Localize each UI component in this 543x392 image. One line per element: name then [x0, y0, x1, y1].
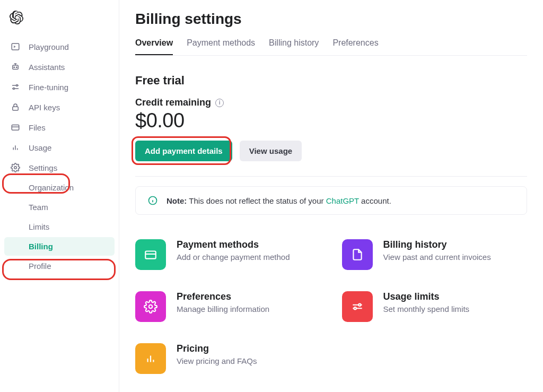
credit-label: Credit remaining — [135, 97, 211, 108]
sidebar-item-label: Playground — [29, 42, 69, 51]
card-billing-history[interactable]: Billing history View past and current in… — [342, 239, 528, 270]
chatgpt-link[interactable]: ChatGPT — [326, 196, 359, 205]
sidebar-item-label: Billing — [29, 242, 53, 251]
card-title: Billing history — [383, 239, 491, 250]
card-preferences[interactable]: Preferences Manage billing information — [135, 291, 321, 322]
add-payment-details-button[interactable]: Add payment details — [135, 141, 232, 161]
info-icon[interactable]: i — [215, 99, 224, 107]
sliders-icon — [342, 291, 373, 322]
sidebar-item-label: Team — [29, 203, 48, 212]
folder-icon — [11, 123, 20, 132]
svg-point-13 — [354, 307, 356, 309]
bar-chart-icon — [135, 343, 166, 374]
credit-amount: $0.00 — [135, 109, 527, 132]
gear-icon — [135, 291, 166, 322]
note-text: Note: This does not reflect the status o… — [167, 196, 391, 205]
sidebar: Playground Assistants Fine-tuning API ke… — [0, 0, 119, 392]
sidebar-item-usage[interactable]: Usage — [4, 138, 115, 157]
sidebar-sub-profile[interactable]: Profile — [4, 257, 115, 275]
cards-grid: Payment methods Add or change payment me… — [135, 239, 527, 374]
sidebar-item-label: Profile — [29, 262, 51, 271]
credit-card-icon — [135, 239, 166, 270]
sidebar-item-api-keys[interactable]: API keys — [4, 98, 115, 117]
sidebar-sub-billing[interactable]: Billing — [4, 237, 115, 256]
card-payment-methods[interactable]: Payment methods Add or change payment me… — [135, 239, 321, 270]
card-pricing[interactable]: Pricing View pricing and FAQs — [135, 343, 321, 374]
robot-icon — [11, 62, 20, 72]
sidebar-item-label: Fine-tuning — [29, 83, 68, 92]
svg-point-12 — [358, 304, 361, 306]
tab-preferences[interactable]: Preferences — [332, 35, 378, 55]
card-title: Usage limits — [383, 291, 470, 302]
sliders-icon — [11, 82, 20, 92]
terminal-icon — [11, 42, 20, 51]
view-usage-button[interactable]: View usage — [240, 141, 302, 161]
credit-remaining-row: Credit remaining i — [135, 97, 527, 108]
svg-point-3 — [16, 67, 17, 68]
divider — [135, 176, 527, 177]
document-icon — [342, 239, 373, 270]
svg-point-8 — [14, 167, 17, 169]
svg-point-4 — [16, 85, 18, 86]
sidebar-item-settings[interactable]: Settings — [4, 158, 115, 177]
sidebar-item-label: Files — [29, 123, 46, 132]
sidebar-item-fine-tuning[interactable]: Fine-tuning — [4, 77, 115, 97]
page-title: Billing settings — [135, 11, 527, 28]
note-box: Note: This does not reflect the status o… — [135, 186, 527, 215]
nav: Playground Assistants Fine-tuning API ke… — [0, 37, 119, 275]
svg-point-2 — [14, 67, 15, 68]
sidebar-sub-team[interactable]: Team — [4, 198, 115, 216]
button-row: Add payment details View usage — [135, 141, 527, 161]
sidebar-item-label: Assistants — [29, 63, 65, 72]
openai-logo-icon — [10, 11, 23, 24]
sidebar-item-assistants[interactable]: Assistants — [4, 57, 115, 76]
note-body: This does not reflect the status of your — [187, 196, 326, 205]
bar-chart-icon — [11, 143, 20, 152]
lock-icon — [11, 102, 20, 112]
tab-overview[interactable]: Overview — [135, 35, 173, 55]
svg-rect-10 — [145, 251, 156, 259]
tab-billing-history[interactable]: Billing history — [269, 35, 319, 55]
gear-icon — [11, 163, 20, 172]
note-prefix: Note: — [167, 196, 187, 205]
card-desc: Manage billing information — [177, 304, 269, 313]
card-desc: View pricing and FAQs — [177, 356, 257, 365]
card-title: Preferences — [177, 291, 269, 302]
sidebar-item-label: Limits — [29, 222, 49, 231]
logo — [0, 8, 119, 37]
sidebar-item-playground[interactable]: Playground — [4, 37, 115, 56]
card-desc: View past and current invoices — [383, 252, 491, 262]
sidebar-item-label: API keys — [29, 103, 60, 112]
section-title: Free trial — [135, 74, 527, 88]
tabs: Overview Payment methods Billing history… — [135, 35, 527, 56]
svg-rect-6 — [13, 107, 19, 110]
card-usage-limits[interactable]: Usage limits Set monthly spend limits — [342, 291, 528, 322]
sidebar-item-label: Usage — [29, 143, 51, 152]
sidebar-item-files[interactable]: Files — [4, 118, 115, 137]
card-title: Pricing — [177, 343, 257, 354]
main-content: Billing settings Overview Payment method… — [119, 0, 543, 392]
card-title: Payment methods — [177, 239, 290, 250]
info-circle-icon — [147, 195, 158, 206]
svg-point-11 — [149, 305, 153, 309]
tab-payment-methods[interactable]: Payment methods — [187, 35, 255, 55]
svg-point-5 — [13, 88, 15, 90]
card-desc: Add or change payment method — [177, 252, 290, 262]
sidebar-sub-organization[interactable]: Organization — [4, 178, 115, 197]
note-suffix: account. — [359, 196, 391, 205]
sidebar-item-label: Organization — [29, 183, 74, 192]
sidebar-sub-limits[interactable]: Limits — [4, 217, 115, 236]
sidebar-item-label: Settings — [29, 163, 57, 172]
svg-rect-7 — [12, 125, 19, 130]
card-desc: Set monthly spend limits — [383, 304, 470, 313]
